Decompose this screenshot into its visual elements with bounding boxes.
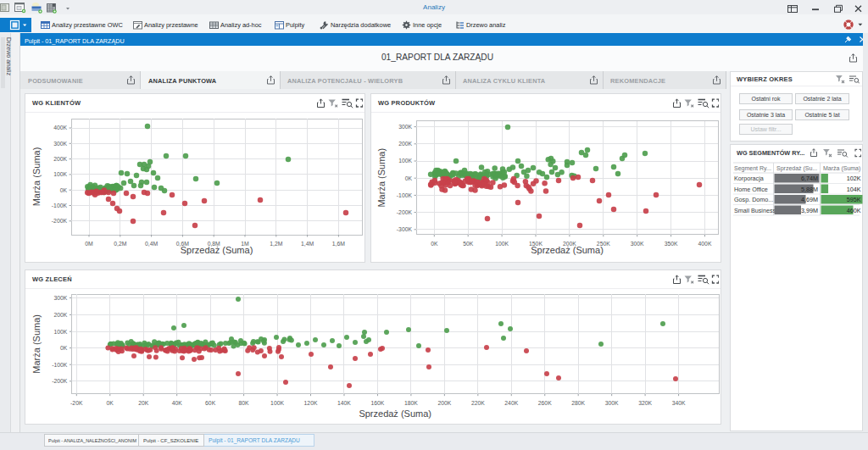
svg-text:80K: 80K [239, 400, 250, 406]
svg-text:Sprzedaż (Suma): Sprzedaż (Suma) [359, 408, 431, 419]
svg-text:-100K: -100K [397, 192, 413, 198]
svg-text:Segment Ry...: Segment Ry... [734, 165, 771, 172]
svg-text:Korporacja: Korporacja [734, 175, 764, 182]
svg-text:1,2M: 1,2M [270, 241, 282, 247]
svg-text:3,99M: 3,99M [801, 207, 818, 214]
svg-text:400K: 400K [698, 241, 712, 247]
svg-text:Home Office: Home Office [734, 186, 768, 193]
svg-text:Marża (Suma): Marża (Suma) [31, 147, 42, 207]
svg-text:-300K: -300K [397, 226, 413, 232]
svg-text:Marża (Suma): Marża (Suma) [823, 165, 860, 172]
svg-text:50K: 50K [463, 241, 474, 247]
svg-text:0M: 0M [85, 241, 93, 247]
svg-text:100K: 100K [53, 171, 67, 177]
svg-text:340K: 340K [672, 400, 686, 406]
svg-text:100K: 100K [398, 158, 412, 164]
svg-text:1,6M: 1,6M [332, 241, 345, 247]
svg-text:320K: 320K [638, 400, 652, 406]
svg-text:-100K: -100K [52, 362, 68, 368]
svg-text:Gosp. Domo...: Gosp. Domo... [734, 196, 773, 203]
svg-text:300K: 300K [605, 400, 619, 406]
svg-text:1,4M: 1,4M [301, 241, 314, 247]
svg-text:0K: 0K [431, 241, 438, 247]
svg-text:0K: 0K [107, 400, 114, 406]
svg-text:Sprzedaż (Su...: Sprzedaż (Su... [776, 165, 817, 172]
svg-text:350K: 350K [665, 241, 678, 247]
svg-text:300K: 300K [398, 124, 412, 130]
svg-text:220K: 220K [471, 400, 485, 406]
svg-text:0K: 0K [60, 345, 68, 351]
svg-text:0K: 0K [405, 175, 413, 181]
svg-text:260K: 260K [538, 400, 552, 406]
svg-text:400K: 400K [53, 125, 67, 131]
svg-text:100K: 100K [270, 400, 284, 406]
svg-text:0,4M: 0,4M [145, 241, 158, 247]
svg-text:-200K: -200K [52, 218, 68, 224]
svg-text:300K: 300K [54, 295, 68, 301]
svg-text:0K: 0K [60, 187, 68, 193]
svg-text:60K: 60K [205, 400, 216, 406]
svg-text:Sprzedaż (Suma): Sprzedaż (Suma) [531, 245, 604, 255]
svg-text:20K: 20K [138, 400, 149, 406]
svg-text:240K: 240K [504, 400, 518, 406]
svg-text:102K: 102K [847, 175, 861, 182]
svg-text:-20K: -20K [70, 400, 83, 406]
svg-text:104K: 104K [847, 186, 861, 193]
svg-text:0,2M: 0,2M [114, 241, 126, 247]
svg-text:Marża (Suma): Marża (Suma) [31, 314, 42, 374]
svg-text:200K: 200K [54, 312, 68, 318]
svg-text:200K: 200K [398, 141, 412, 147]
svg-text:460K: 460K [847, 207, 861, 214]
svg-text:5,88M: 5,88M [801, 186, 818, 193]
svg-text:140K: 140K [337, 400, 351, 406]
svg-text:280K: 280K [571, 400, 585, 406]
svg-text:40K: 40K [172, 400, 183, 406]
svg-text:-100K: -100K [52, 203, 68, 208]
svg-text:6,74M: 6,74M [801, 175, 818, 182]
svg-text:595K: 595K [847, 196, 861, 203]
svg-text:200K: 200K [53, 156, 67, 162]
svg-text:300K: 300K [53, 141, 67, 147]
svg-text:-200K: -200K [397, 209, 413, 215]
svg-text:Small Business: Small Business [734, 207, 776, 214]
svg-text:180K: 180K [404, 400, 418, 406]
svg-text:100K: 100K [495, 241, 509, 247]
svg-text:200K: 200K [437, 400, 451, 406]
svg-text:120K: 120K [304, 400, 318, 406]
svg-text:4,69M: 4,69M [801, 196, 818, 203]
svg-text:Sprzedaż (Suma): Sprzedaż (Suma) [181, 245, 253, 255]
svg-text:Marża (Suma): Marża (Suma) [376, 148, 387, 208]
svg-text:300K: 300K [631, 241, 644, 247]
svg-text:160K: 160K [371, 400, 385, 406]
svg-text:100K: 100K [54, 329, 68, 335]
svg-text:-200K: -200K [52, 378, 68, 384]
